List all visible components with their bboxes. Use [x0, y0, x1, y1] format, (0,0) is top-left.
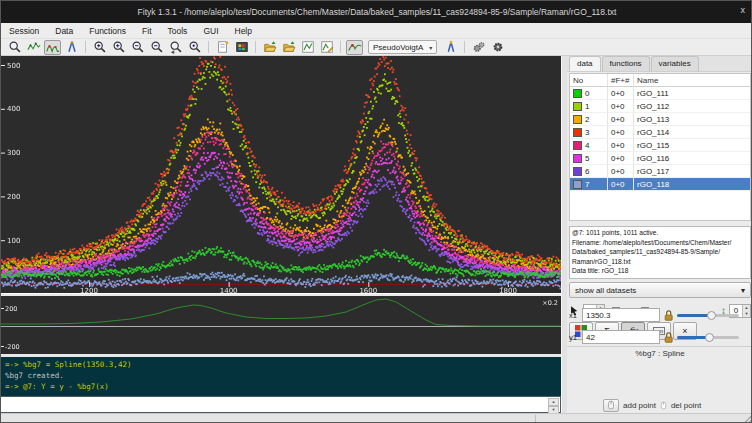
load-data-custom-button[interactable] [280, 40, 297, 55]
dataset-table: No #F+# Name0 0+0 rGO_1111 0+0 rGO_1122 … [569, 73, 751, 221]
menu-item-fit[interactable]: Fit [140, 25, 153, 37]
fit-button[interactable] [442, 40, 459, 55]
session-log-button[interactable] [214, 40, 231, 55]
function-type-dropdown[interactable]: PseudoVoigtA▾ [368, 40, 437, 54]
add-peak-mode-button[interactable] [44, 40, 61, 55]
dataset-color-swatch[interactable] [573, 89, 582, 98]
chart-box-icon [301, 40, 315, 54]
settings-button[interactable] [470, 40, 487, 55]
dataset-name: rGO_117 [634, 165, 750, 177]
menu-item-tools[interactable]: Tools [166, 25, 190, 37]
add-point-mode-button[interactable] [63, 40, 80, 55]
info-line: Raman/rGO_118.txt [572, 257, 748, 267]
dataset-fpb: 0+0 [608, 126, 634, 138]
console-line: =-> %bg7 = Spline(1350.3,42) [5, 359, 557, 370]
dataset-no: 5 [570, 152, 608, 164]
toolbar-separator [208, 41, 209, 53]
gui-config-button[interactable] [233, 40, 250, 55]
dataset-fpb: 0+0 [608, 100, 634, 112]
menu-item-gui[interactable]: GUI [201, 25, 220, 37]
load-data-button[interactable] [261, 40, 278, 55]
dataset-color-swatch[interactable] [573, 141, 582, 150]
data-range-mode-button[interactable] [25, 40, 42, 55]
auxiliary-plot-canvas[interactable] [1, 296, 561, 354]
zoom-all-button[interactable] [186, 40, 203, 55]
x1-input[interactable]: 1350.3 [582, 308, 660, 322]
y1-input[interactable]: 42 [582, 330, 660, 344]
dataset-no: 1 [570, 100, 608, 112]
table-row[interactable]: 5 0+0 rGO_116 [570, 152, 750, 165]
status-bar [1, 413, 752, 423]
data-transform-button[interactable] [318, 40, 335, 55]
table-row[interactable]: 6 0+0 rGO_117 [570, 165, 750, 178]
command-input[interactable] [3, 398, 543, 411]
gear-dark-icon [491, 40, 505, 54]
magnifier-plus-icon [112, 40, 126, 54]
close-window-button[interactable]: x [741, 5, 746, 15]
magnifier-plus-icon [93, 40, 107, 54]
table-row[interactable]: 2 0+0 rGO_113 [570, 113, 750, 126]
toolbar: PseudoVoigtA▾ [1, 39, 752, 56]
toolbar-separator [340, 41, 341, 53]
resize-grip[interactable] [744, 415, 752, 423]
zoom-out-vert-button[interactable] [148, 40, 165, 55]
title-bar[interactable]: Fityk 1.3.1 - /home/aleplo/test/Document… [1, 1, 752, 23]
y1-param-row: y1 42 [569, 329, 751, 345]
add-point-hint: add point [623, 401, 656, 410]
open-folder-icon [263, 40, 277, 54]
dataset-color-swatch[interactable] [573, 115, 582, 124]
dataset-info-box: @7: 1011 points, 1011 active.Filename: /… [569, 226, 751, 279]
lock-icon[interactable] [663, 309, 674, 322]
dataset-name: rGO_112 [634, 100, 750, 112]
dataset-name: rGO_116 [634, 152, 750, 164]
fit-compass-icon [444, 40, 458, 54]
menu-item-data[interactable]: Data [53, 25, 75, 37]
dataset-name: rGO_115 [634, 139, 750, 151]
data-edit-button[interactable] [299, 40, 316, 55]
tab-data[interactable]: data [569, 56, 601, 71]
del-point-hint: del point [671, 401, 701, 410]
table-row[interactable]: 4 0+0 rGO_115 [570, 139, 750, 152]
zoom-in-button[interactable] [91, 40, 108, 55]
auto-add-peak-button[interactable] [346, 40, 363, 55]
sidebar-tabs: datafunctionsvariables [567, 56, 752, 72]
dataset-fpb: 0+0 [608, 113, 634, 125]
menu-item-functions[interactable]: Functions [87, 25, 128, 37]
dataset-color-swatch[interactable] [573, 128, 582, 137]
col-name: Name [634, 74, 750, 86]
previous-zoom-button[interactable] [167, 40, 184, 55]
table-row[interactable]: 0 0+0 rGO_111 [570, 87, 750, 100]
tab-variables[interactable]: variables [651, 56, 699, 71]
dataset-color-swatch[interactable] [573, 102, 582, 111]
x1-slider[interactable] [677, 308, 739, 322]
main-plot-canvas[interactable] [1, 56, 561, 293]
show-datasets-dropdown[interactable]: show all datasets ▾ [569, 282, 751, 298]
y1-slider[interactable] [677, 330, 739, 344]
zoom-in-vert-button[interactable] [110, 40, 127, 55]
dataset-no: 0 [570, 87, 608, 99]
table-row[interactable]: 1 0+0 rGO_112 [570, 100, 750, 113]
magnifier-prev-icon [169, 40, 183, 54]
command-history-spinner[interactable]: ▲▼ [548, 398, 559, 412]
magnifier-icon [8, 40, 22, 54]
tab-functions[interactable]: functions [602, 56, 650, 71]
menu-item-session[interactable]: Session [7, 25, 41, 37]
dataset-name: rGO_113 [634, 113, 750, 125]
table-row[interactable]: 7 0+0 rGO_118 [570, 178, 750, 191]
output-console: =-> %bg7 = Spline(1350.3,42)%bg7 created… [1, 357, 561, 396]
zoom-mode-button[interactable] [6, 40, 23, 55]
menu-item-help[interactable]: Help [233, 25, 254, 37]
dataset-color-swatch[interactable] [573, 180, 582, 189]
mouse-mode-button[interactable] [603, 399, 619, 412]
chart-box-edit-icon [320, 40, 334, 54]
dataset-color-swatch[interactable] [573, 154, 582, 163]
run-settings-button[interactable] [489, 40, 506, 55]
dataset-color-swatch[interactable] [573, 167, 582, 176]
table-row[interactable]: 3 0+0 rGO_114 [570, 126, 750, 139]
zigzag-icon [27, 40, 41, 54]
col-fpb: #F+# [608, 74, 634, 86]
lock-icon[interactable] [663, 331, 674, 344]
spin-up-icon[interactable]: ▲ [548, 398, 559, 406]
zoom-out-button[interactable] [129, 40, 146, 55]
dataset-name: rGO_118 [634, 178, 750, 190]
